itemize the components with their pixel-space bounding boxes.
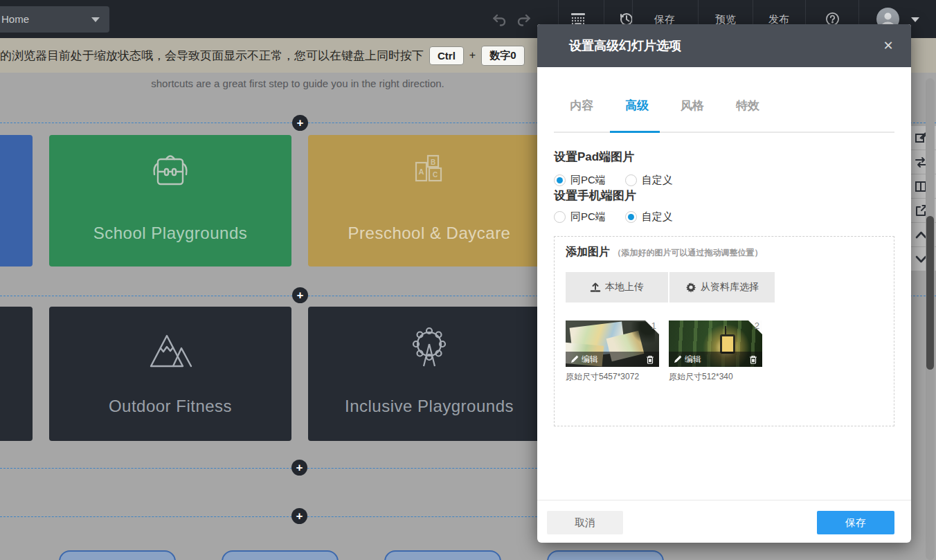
edit-label[interactable]: 编辑 [685, 354, 701, 365]
svg-text:B: B [431, 159, 435, 166]
card-label: School Playgrounds [49, 224, 291, 243]
undo-icon[interactable] [492, 11, 508, 30]
image-size-caption: 原始尺寸512*340 [669, 371, 733, 383]
add-image-heading: 添加图片 （添加好的图片可以通过拖动调整位置） [566, 245, 762, 260]
page-selector-label: Home [0, 13, 29, 25]
category-card-preschool-daycare[interactable]: ABC Preschool & Daycare [308, 135, 550, 267]
dialog-footer: 取消 保存 [537, 500, 911, 543]
card-label: Outdoor Fitness [49, 397, 291, 416]
tab-effects[interactable]: 特效 [720, 98, 775, 114]
edit-label[interactable]: 编辑 [582, 354, 598, 365]
delete-trash-icon[interactable] [646, 355, 654, 364]
phone-images-options: 同PC端 自定义 [554, 210, 673, 224]
zero-keycap: 数字0 [481, 46, 524, 66]
image-action-bar: 编辑 [669, 352, 762, 367]
edit-pencil-icon[interactable] [674, 355, 682, 363]
tab-style[interactable]: 风格 [665, 98, 720, 114]
tab-active-indicator [610, 131, 660, 133]
page-subtitle-text: shortcuts are a great first step to guid… [0, 78, 595, 89]
category-card-partial[interactable] [0, 135, 33, 267]
mountains-icon [49, 326, 291, 372]
svg-text:C: C [433, 171, 438, 179]
phone-images-heading: 设置手机端图片 [554, 188, 636, 204]
radio-pad-custom[interactable] [625, 174, 637, 186]
site-editor-screen: Home 保存 预览 发布 的 [0, 0, 936, 560]
delete-trash-icon[interactable] [749, 355, 757, 364]
add-image-title: 添加图片 [566, 246, 610, 258]
add-image-note: （添加好的图片可以通过拖动调整位置） [613, 248, 762, 258]
section-divider-dashed [0, 516, 537, 517]
footer-pill-button[interactable] [222, 550, 339, 560]
local-upload-button[interactable]: 本地上传 [566, 272, 668, 302]
choose-from-library-button[interactable]: 从资料库选择 [669, 272, 775, 302]
add-section-button[interactable]: + [291, 460, 307, 476]
category-card-partial[interactable] [0, 307, 33, 441]
zoom-warning-text: 的浏览器目前处于缩放状态哦，会导致页面显示不正常，您可以在键盘上同时按下 [0, 48, 424, 64]
school-bag-icon [49, 150, 291, 193]
edit-pencil-icon[interactable] [570, 355, 579, 363]
upload-label: 本地上传 [605, 281, 644, 293]
category-card-inclusive-playgrounds[interactable]: Inclusive Playgrounds [308, 307, 550, 441]
slide-image-2[interactable]: 2 编辑 [669, 320, 762, 367]
tab-advanced[interactable]: 高级 [609, 98, 665, 114]
gear-icon [685, 282, 696, 293]
footer-pill-button[interactable] [547, 550, 664, 560]
radio-label: 自定义 [642, 174, 673, 187]
svg-text:A: A [419, 168, 424, 176]
category-card-school-playgrounds[interactable]: School Playgrounds [49, 135, 291, 267]
slide-image-1[interactable]: 1 编辑 [566, 320, 659, 367]
section-divider-dashed [0, 468, 537, 469]
close-icon[interactable]: ✕ [881, 38, 896, 53]
card-label: Preschool & Daycare [308, 224, 550, 243]
cancel-button[interactable]: 取消 [547, 511, 623, 534]
abc-blocks-icon: ABC [308, 150, 550, 193]
page-selector-dropdown[interactable]: Home [0, 6, 109, 33]
radio-label: 同PC端 [570, 174, 606, 187]
redo-icon[interactable] [515, 11, 532, 30]
dialog-title: 设置高级幻灯片选项 [569, 24, 681, 67]
ferris-wheel-icon [308, 326, 550, 372]
slideshow-options-dialog: 设置高级幻灯片选项 ✕ 内容 高级 风格 特效 设置Pad端图片 同PC端 自定… [537, 24, 911, 543]
tab-content[interactable]: 内容 [554, 98, 609, 114]
add-section-button[interactable]: + [291, 508, 307, 524]
pad-images-options: 同PC端 自定义 [554, 173, 673, 187]
image-order-number: 1 [651, 320, 656, 331]
library-label: 从资料库选择 [701, 281, 759, 293]
page-scrollbar-thumb[interactable] [926, 216, 934, 370]
footer-pill-button[interactable] [59, 550, 176, 560]
add-image-panel: 添加图片 （添加好的图片可以通过拖动调整位置） 本地上传 从资料库选择 1 [554, 236, 894, 426]
radio-phone-same-pc[interactable] [554, 211, 566, 223]
dialog-header: 设置高级幻灯片选项 ✕ [537, 24, 911, 67]
pad-images-heading: 设置Pad端图片 [554, 149, 634, 165]
ctrl-keycap: Ctrl [429, 46, 464, 65]
image-size-caption: 原始尺寸5457*3072 [566, 371, 639, 383]
radio-label: 自定义 [642, 210, 673, 224]
card-label: Inclusive Playgrounds [308, 397, 550, 416]
upload-icon [590, 282, 601, 293]
chevron-down-icon [91, 17, 100, 22]
image-action-bar: 编辑 [566, 352, 659, 367]
add-section-button[interactable]: + [292, 287, 308, 303]
footer-pill-button[interactable] [384, 550, 501, 560]
radio-label: 同PC端 [570, 210, 606, 224]
save-button[interactable]: 保存 [817, 511, 894, 534]
radio-pad-same-pc-selected[interactable] [554, 174, 566, 186]
plus-text: + [469, 49, 476, 62]
image-order-number: 2 [755, 320, 759, 331]
add-section-button[interactable]: + [292, 115, 308, 131]
category-card-outdoor-fitness[interactable]: Outdoor Fitness [49, 307, 291, 441]
account-chevron-down-icon[interactable] [911, 17, 919, 22]
radio-phone-custom-selected[interactable] [625, 211, 637, 223]
tab-underline [554, 132, 894, 133]
